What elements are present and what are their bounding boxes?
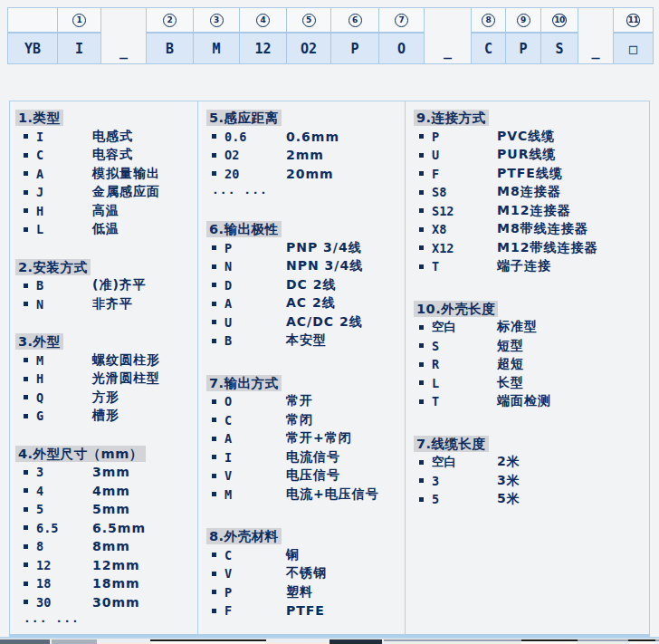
section-title-text: 3.外型 [15, 333, 63, 350]
section-title-text: 8.外壳材料 [206, 528, 282, 544]
option-code: D [224, 278, 286, 293]
section: 6.输出极性PPNP 3/4线NNPN 3/4线DDC 2线AAC 2线UAC/… [198, 220, 405, 351]
option-item: M螺纹圆柱形 [10, 351, 197, 370]
section: 9.连接方式PPVC线缆UPUR线缆FPTFE线缆S8M8连接器S12M12连接… [406, 109, 649, 276]
option-code: B [36, 278, 92, 293]
position-number-row: 2 [147, 8, 193, 34]
option-item: R超短 [406, 355, 649, 374]
section: 10.外壳长度空白标准型S短型R超短L长型T端面检测 [406, 300, 649, 411]
legend-panel-2: 5.感应距离0.60.6mmO22mm2020mm... ...6.输出极性PP… [197, 101, 405, 637]
more-options-ellipsis: ... ... [10, 611, 197, 625]
option-desc: 电流+电压信号 [286, 486, 379, 503]
option-code: 5 [36, 502, 92, 516]
option-code: 12 [36, 558, 92, 572]
section-title-text: 9.连接方式 [414, 110, 489, 126]
circled-number-icon: 5 [302, 14, 316, 27]
option-item: H高温 [10, 202, 197, 221]
bullet-icon [419, 478, 424, 483]
option-item: 1818mm [10, 574, 197, 593]
option-item: A模拟量输出 [10, 165, 197, 184]
section-title: 5.感应距离 [198, 109, 405, 128]
option-code: N [224, 259, 286, 274]
bullet-icon [24, 395, 28, 399]
option-desc: 常开+常闭 [286, 430, 352, 447]
bullet-icon [212, 171, 216, 176]
option-item: 55米 [406, 490, 649, 509]
bullet-icon [212, 320, 216, 324]
option-item: C铜 [198, 546, 405, 565]
option-desc: 电容式 [92, 147, 133, 163]
code-cell: 412 [240, 8, 287, 63]
bullet-icon [24, 488, 28, 493]
bullet-icon [212, 339, 216, 343]
option-item: I电感式 [10, 128, 197, 147]
circled-number-icon: 4 [256, 14, 270, 27]
option-code: F [432, 167, 497, 181]
option-desc: 模拟量输出 [92, 166, 160, 182]
option-item: T端子连接 [406, 257, 649, 276]
option-desc: 2mm [286, 148, 324, 162]
bullet-icon [24, 562, 28, 567]
section-title-text: 2.安装方式 [15, 259, 91, 275]
option-item: 3030mm [10, 593, 197, 612]
legend-panels: 1.类型I电感式C电容式A模拟量输出J金属感应面H高温L低温2.安装方式B(准)… [9, 101, 650, 637]
next-table-cell-edge [0, 639, 50, 644]
bullet-icon [419, 325, 424, 330]
code-cell: 1I [58, 8, 101, 63]
bullet-icon [212, 399, 216, 404]
option-item: O22mm [198, 146, 405, 165]
section-title-text: 7.输出方式 [206, 375, 282, 391]
option-item: S8M8连接器 [406, 183, 649, 202]
bullet-icon [24, 470, 28, 475]
option-item: Q方形 [10, 389, 197, 408]
code-cell: 6P [331, 8, 379, 63]
position-number-row [8, 8, 57, 34]
option-item: A常开+常闭 [198, 429, 405, 448]
option-code: P [224, 241, 286, 255]
option-code: S [432, 339, 497, 353]
option-code: 30 [36, 595, 92, 610]
option-code: 3 [36, 465, 92, 479]
section-title: 7.线缆长度 [406, 435, 649, 454]
option-desc: 短型 [497, 338, 524, 354]
circled-number-icon: 10 [552, 14, 567, 27]
code-value: P [506, 34, 540, 63]
option-item: AAC 2线 [198, 294, 405, 313]
option-code: G [36, 409, 92, 423]
option-desc: 本安型 [286, 332, 327, 349]
code-value: O2 [287, 34, 330, 63]
option-desc: 3mm [92, 465, 130, 479]
bullet-icon [24, 525, 28, 530]
option-item: UPUR线缆 [406, 146, 649, 165]
option-item: 1212mm [10, 556, 197, 575]
option-desc: 槽形 [92, 408, 119, 424]
code-value: O [379, 34, 424, 63]
bullet-icon [24, 134, 28, 139]
option-desc: AC 2线 [286, 295, 336, 312]
option-code: T [432, 259, 497, 274]
circled-number-icon: 6 [349, 14, 362, 27]
code-cell: 2B [147, 8, 194, 63]
option-code: O [224, 394, 286, 409]
option-code: 18 [36, 576, 92, 591]
separator-cell: _ [425, 8, 472, 63]
option-code: 空白 [432, 319, 497, 335]
position-number-row: 9 [506, 8, 540, 34]
circled-number-icon: 1 [72, 14, 86, 27]
bullet-icon [24, 302, 28, 306]
option-item: C常闭 [198, 411, 405, 430]
option-code: A [224, 431, 286, 446]
code-value: S [541, 34, 578, 63]
code-cell: 7O [379, 8, 425, 63]
section-title-text: 10.外壳长度 [414, 301, 498, 317]
section-title: 7.输出方式 [198, 374, 405, 393]
option-desc: 常闭 [286, 412, 313, 428]
option-code: I [36, 130, 92, 144]
option-item: X8M8带线连接器 [406, 220, 649, 239]
section-title: 1.类型 [10, 109, 197, 128]
circled-number-icon: 2 [163, 14, 177, 27]
bullet-icon [212, 572, 216, 576]
option-desc: 超短 [497, 356, 524, 372]
option-desc: 0.6mm [286, 130, 339, 144]
option-desc: 电压信号 [286, 467, 340, 484]
